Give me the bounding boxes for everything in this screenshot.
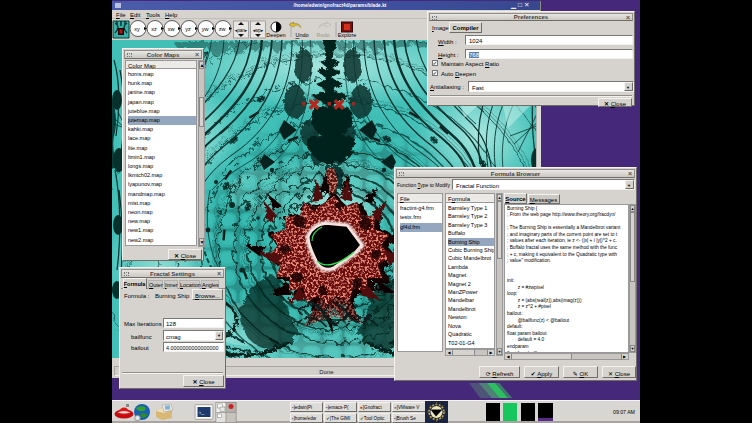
- svg-text:yw: yw: [202, 26, 209, 32]
- svg-text:zw: zw: [219, 26, 226, 32]
- svg-text:Redo: Redo: [316, 32, 329, 38]
- svg-text:Explore: Explore: [338, 32, 357, 38]
- svg-text:xz: xz: [151, 26, 157, 32]
- svg-text:›_: ›_: [199, 409, 205, 415]
- svg-text:xw: xw: [168, 26, 175, 32]
- svg-text:Undo: Undo: [295, 32, 308, 38]
- svg-text:◂pan▸: ◂pan▸: [235, 28, 248, 33]
- svg-text:Deepen: Deepen: [266, 32, 285, 38]
- svg-text:◂wp▸: ◂wp▸: [253, 28, 264, 33]
- svg-text:xy: xy: [134, 26, 140, 32]
- svg-text:yz: yz: [185, 26, 191, 32]
